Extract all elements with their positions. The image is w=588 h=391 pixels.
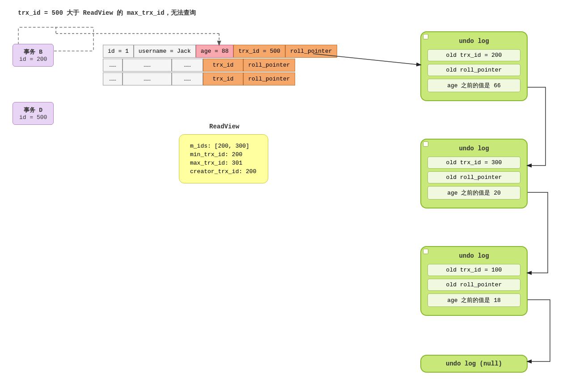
undo-log-3: undo log old trx_id = 100 old roll_point…	[420, 246, 528, 316]
undo-box-1-corner	[423, 34, 428, 39]
annotation-text: trx_id = 500 大于 ReadView 的 max_trx_id，无法…	[18, 9, 196, 17]
undo-log-3-row-1: old trx_id = 100	[427, 264, 520, 276]
undo-log-3-title: undo log	[427, 252, 520, 259]
data-row-2: …… …… …… trx_id roll_pointer	[103, 59, 337, 72]
cell-trxid-3: trx_id	[203, 72, 243, 85]
data-row-1: id = 1 username = Jack age = 88 trx_id =…	[103, 45, 337, 58]
transaction-b-box: 事务 B id = 200	[13, 44, 54, 67]
undo-log-2-title: undo log	[427, 145, 520, 152]
cell-age-1: age = 88	[196, 45, 233, 58]
undo-log-1: undo log old trx_id = 200 old roll_point…	[420, 31, 528, 101]
cell-id-1: id = 1	[103, 45, 134, 58]
cell-username-2: ……	[123, 59, 172, 72]
cell-age-3: ……	[172, 72, 203, 85]
undo-log-4-title: undo log (null)	[427, 360, 520, 367]
readview-box: m_ids: [200, 300] min_trx_id: 200 max_tr…	[179, 134, 268, 183]
cell-age-2: ……	[172, 59, 203, 72]
undo-log-2-row-3: age 之前的值是 20	[427, 186, 520, 200]
transaction-d-id: id = 500	[19, 114, 47, 121]
readview-creator: creator_trx_id: 200	[190, 168, 257, 175]
transaction-d-label: 事务 D	[19, 106, 47, 114]
undo-log-1-title: undo log	[427, 38, 520, 45]
cell-rollptr-3: roll_pointer	[243, 72, 295, 85]
cell-id-3: ……	[103, 72, 123, 85]
readview-max: max_trx_id: 301	[190, 160, 257, 166]
cell-id-2: ……	[103, 59, 123, 72]
cell-trxid-2: trx_id	[203, 59, 243, 72]
undo-box-3-corner	[423, 249, 428, 254]
cell-rollptr-1: roll_pointer	[285, 45, 337, 58]
data-row-3: …… …… …… trx_id roll_pointer	[103, 72, 337, 85]
readview-mids: m_ids: [200, 300]	[190, 143, 257, 149]
undo-box-2-corner	[423, 141, 428, 147]
undo-log-1-row-2: old roll_pointer	[427, 64, 520, 76]
cell-username-1: username = Jack	[134, 45, 196, 58]
data-table: id = 1 username = Jack age = 88 trx_id =…	[103, 45, 337, 85]
undo-log-1-row-3: age 之前的值是 66	[427, 79, 520, 92]
cell-username-3: ……	[123, 72, 172, 85]
undo-log-3-row-2: old roll_pointer	[427, 279, 520, 291]
undo-log-4: undo log (null)	[420, 355, 528, 373]
undo-log-1-row-1: old trx_id = 200	[427, 49, 520, 61]
undo-log-2-row-1: old trx_id = 300	[427, 157, 520, 169]
readview-min: min_trx_id: 200	[190, 151, 257, 158]
readview-title: ReadView	[209, 123, 239, 130]
transaction-d-box: 事务 D id = 500	[13, 102, 54, 125]
undo-log-3-row-3: age 之前的值是 18	[427, 293, 520, 307]
undo-log-2: undo log old trx_id = 300 old roll_point…	[420, 139, 528, 208]
cell-rollptr-2: roll_pointer	[243, 59, 295, 72]
transaction-b-id: id = 200	[19, 56, 47, 63]
undo-log-2-row-2: old roll_pointer	[427, 171, 520, 183]
cell-trxid-1: trx_id = 500	[233, 45, 285, 58]
transaction-b-label: 事务 B	[19, 48, 47, 56]
